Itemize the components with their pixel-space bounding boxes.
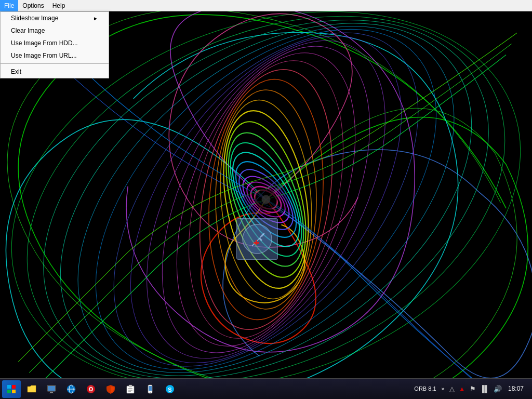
taskbar-shield-icon[interactable]	[101, 380, 120, 398]
menu-item-exit[interactable]: Exit	[1, 65, 109, 78]
svg-text:O: O	[89, 386, 94, 392]
app-icon-svg	[242, 223, 273, 255]
taskbar-app1-icon[interactable]	[121, 380, 140, 398]
menu-help[interactable]: Help	[48, 0, 70, 11]
taskbar-ie-icon[interactable]	[62, 380, 81, 398]
file-dropdown-menu: Slideshow Image ► Clear Image Use Image …	[0, 11, 109, 78]
tray-icon-2[interactable]: ▲	[458, 385, 467, 393]
taskbar-monitor-icon[interactable]	[42, 380, 61, 398]
svg-rect-35	[12, 385, 16, 389]
svg-rect-54	[149, 386, 152, 391]
svg-rect-41	[49, 393, 54, 393]
svg-rect-37	[12, 390, 16, 393]
menu-item-clear[interactable]: Clear Image	[1, 24, 109, 37]
menu-item-slideshow[interactable]: Slideshow Image ►	[1, 12, 109, 24]
svg-rect-36	[7, 390, 11, 393]
shield-icon	[105, 384, 116, 394]
start-button[interactable]	[2, 380, 21, 398]
taskbar-folder-icon[interactable]	[22, 380, 41, 398]
phone-icon	[145, 384, 155, 394]
windows-icon	[7, 384, 16, 394]
menu-file[interactable]: File	[0, 0, 18, 11]
taskbar-skype-icon[interactable]: S	[161, 380, 179, 398]
arrows-text: »	[440, 385, 446, 392]
tray-icon-1[interactable]: △	[448, 385, 456, 393]
menu-separator	[1, 63, 109, 64]
orb-text: ORB 8.1	[413, 385, 437, 392]
clipboard-icon	[125, 384, 136, 394]
monitor-icon	[46, 384, 57, 394]
app-icon	[236, 218, 278, 260]
svg-point-30	[262, 195, 271, 204]
tray-icon-3[interactable]: ⚑	[469, 385, 477, 393]
taskbar-phone-icon[interactable]	[141, 380, 159, 398]
folder-icon	[26, 384, 37, 394]
menu-item-from-hdd[interactable]: Use Image From HDD...	[1, 37, 109, 49]
submenu-arrow-icon: ►	[93, 16, 98, 21]
svg-rect-49	[129, 385, 132, 387]
tray-icon-4[interactable]: ▐▌	[479, 385, 490, 393]
menu-item-from-url[interactable]: Use Image From URL...	[1, 49, 109, 62]
menu-options[interactable]: Options	[18, 0, 48, 11]
menubar: File Options Help	[0, 0, 532, 11]
svg-rect-34	[7, 385, 11, 389]
skype-icon: S	[165, 384, 175, 394]
svg-text:S: S	[168, 386, 171, 392]
svg-rect-39	[48, 386, 55, 391]
system-tray: ORB 8.1 » △ ▲ ⚑ ▐▌ 🔊 18:07	[413, 384, 530, 393]
taskbar-opera-icon[interactable]: O	[82, 380, 100, 398]
tray-icon-5[interactable]: 🔊	[493, 385, 503, 393]
svg-rect-40	[50, 392, 53, 393]
clock-display: 18:07	[505, 384, 527, 393]
svg-point-31	[243, 224, 272, 254]
opera-icon: O	[86, 384, 96, 394]
svg-rect-33	[254, 242, 259, 244]
ie-icon	[66, 384, 76, 394]
svg-point-55	[150, 392, 151, 393]
taskbar: O S ORB 8.1 » △ ▲	[0, 378, 532, 399]
